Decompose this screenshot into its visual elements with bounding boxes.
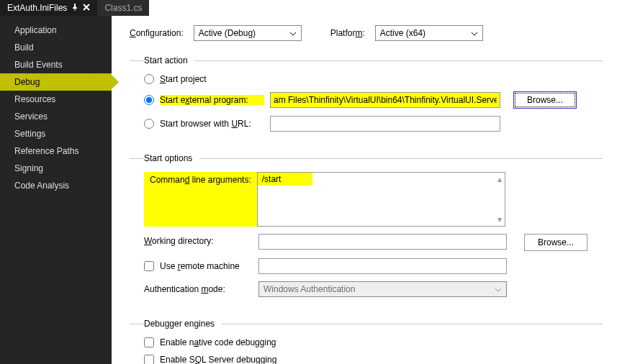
sql-debug-label: Enable SQL Server debugging xyxy=(160,355,276,364)
configuration-label: Configuration: xyxy=(130,28,184,38)
cmd-args-label: Command line arguments: xyxy=(144,172,257,227)
cmd-args-row: Command line arguments: /start ▴ ▾ xyxy=(144,172,603,227)
start-browser-row: Start browser with URL: xyxy=(144,116,603,132)
platform-label: Platform: xyxy=(330,28,365,38)
sql-debug-checkbox[interactable] xyxy=(144,355,154,364)
auth-mode-row: Authentication mode: Windows Authenticat… xyxy=(144,281,603,297)
close-icon[interactable] xyxy=(83,3,90,13)
tab-active[interactable]: ExtAuth.IniFiles xyxy=(0,0,97,16)
start-external-label: Start external program: xyxy=(160,95,264,105)
start-browser-input[interactable] xyxy=(270,116,500,132)
cmd-args-input[interactable]: /start ▴ ▾ xyxy=(257,172,505,227)
start-options-legend: Start options xyxy=(144,153,199,163)
sidebar-item-application[interactable]: Application xyxy=(0,22,112,39)
tab-label: ExtAuth.IniFiles xyxy=(7,3,67,13)
platform-value: Active (x64) xyxy=(380,28,425,38)
native-debug-row: Enable native code debugging xyxy=(144,337,603,347)
working-dir-label: Working directory: xyxy=(144,234,248,246)
start-project-row: Start project xyxy=(144,74,603,84)
sidebar-item-signing[interactable]: Signing xyxy=(0,160,112,177)
start-browser-radio[interactable] xyxy=(144,119,154,129)
sidebar-item-build-events[interactable]: Build Events xyxy=(0,56,112,73)
configuration-value: Active (Debug) xyxy=(199,28,256,38)
cmd-args-value: /start xyxy=(258,173,312,186)
content-panel: Configuration: Active (Debug) Platform: … xyxy=(112,0,617,364)
working-dir-input[interactable] xyxy=(258,234,507,250)
browse-workdir-button[interactable]: Browse... xyxy=(524,234,587,251)
auth-mode-value: Windows Authentication xyxy=(264,284,355,294)
remote-label: Use remote machine xyxy=(160,261,240,271)
debugger-group: Debugger engines Enable native code debu… xyxy=(130,319,603,364)
native-debug-label: Enable native code debugging xyxy=(160,337,276,347)
remote-input[interactable] xyxy=(258,258,507,274)
platform-dropdown[interactable]: Active (x64) xyxy=(375,25,483,41)
sidebar-item-services[interactable]: Services xyxy=(0,108,112,125)
remote-row: Use remote machine xyxy=(144,258,603,274)
auth-mode-dropdown: Windows Authentication xyxy=(258,281,507,297)
sidebar-item-debug[interactable]: Debug xyxy=(0,73,112,91)
start-action-legend: Start action xyxy=(144,55,195,65)
working-dir-row: Working directory: Browse... xyxy=(144,234,603,251)
start-action-group: Start action Start project Start externa… xyxy=(130,55,603,145)
sidebar: Application Build Build Events Debug Res… xyxy=(0,0,112,364)
scroll-down-icon[interactable]: ▾ xyxy=(497,214,502,224)
sidebar-item-reference-paths[interactable]: Reference Paths xyxy=(0,142,112,160)
tab-inactive[interactable]: Class1.cs xyxy=(97,0,149,16)
tab-label: Class1.cs xyxy=(104,3,142,13)
configuration-dropdown[interactable]: Active (Debug) xyxy=(194,25,302,41)
scroll-up-icon[interactable]: ▴ xyxy=(497,174,502,184)
chevron-down-icon xyxy=(289,28,297,38)
sql-debug-row: Enable SQL Server debugging xyxy=(144,355,603,364)
start-external-row: Start external program: Browse... xyxy=(144,91,603,109)
debugger-legend: Debugger engines xyxy=(144,319,222,329)
auth-mode-label: Authentication mode: xyxy=(144,284,248,294)
sidebar-item-resources[interactable]: Resources xyxy=(0,91,112,108)
sidebar-item-settings[interactable]: Settings xyxy=(0,125,112,142)
pin-icon[interactable] xyxy=(71,3,78,13)
remote-checkbox[interactable] xyxy=(144,261,154,271)
start-external-radio[interactable] xyxy=(144,95,154,105)
chevron-down-icon xyxy=(471,28,478,38)
start-project-label: Start project xyxy=(160,74,264,84)
chevron-down-icon xyxy=(495,284,502,294)
editor-tabs: ExtAuth.IniFiles Class1.cs xyxy=(0,0,149,16)
start-options-group: Start options Command line arguments: /s… xyxy=(130,153,603,310)
sidebar-item-build[interactable]: Build xyxy=(0,39,112,56)
browse-external-button[interactable]: Browse... xyxy=(513,91,577,109)
start-project-radio[interactable] xyxy=(144,74,154,84)
native-debug-checkbox[interactable] xyxy=(144,337,154,347)
start-browser-label: Start browser with URL: xyxy=(160,119,264,129)
start-external-input[interactable] xyxy=(270,92,500,108)
sidebar-item-code-analysis[interactable]: Code Analysis xyxy=(0,177,112,194)
config-row: Configuration: Active (Debug) Platform: … xyxy=(130,25,603,41)
